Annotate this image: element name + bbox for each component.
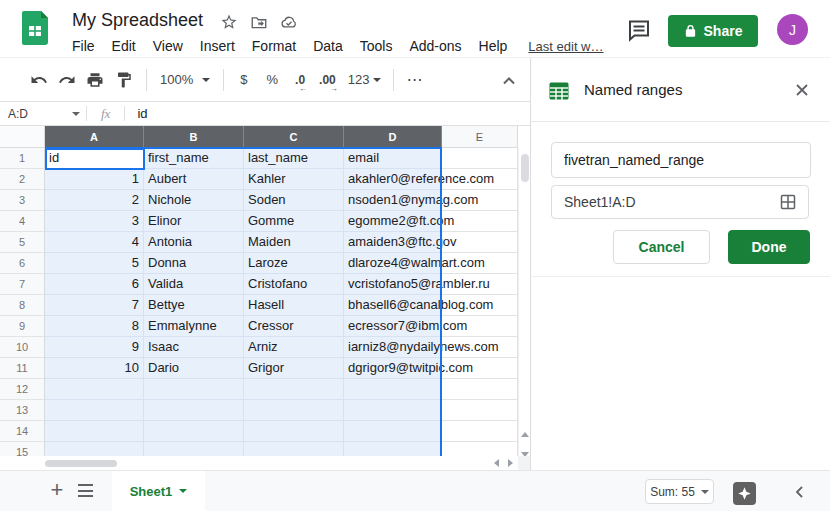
cell-D5[interactable]: amaiden3@ftc.gov: [344, 232, 442, 253]
cell-A13[interactable]: [45, 400, 144, 421]
select-all-corner[interactable]: [0, 126, 45, 148]
cell-E14[interactable]: [442, 421, 518, 442]
cell-C12[interactable]: [244, 379, 344, 400]
menu-tools[interactable]: Tools: [360, 38, 393, 54]
cell-A3[interactable]: 2: [45, 190, 144, 211]
scroll-up-icon[interactable]: [521, 432, 529, 437]
close-panel-icon[interactable]: [793, 81, 811, 99]
share-button[interactable]: Share: [668, 15, 758, 47]
cell-A12[interactable]: [45, 379, 144, 400]
range-name-field[interactable]: [551, 142, 811, 178]
cell-C9[interactable]: Cressor: [244, 316, 344, 337]
range-ref-input[interactable]: [564, 194, 780, 210]
cell-B15[interactable]: [144, 442, 244, 456]
cell-B9[interactable]: Emmalynne: [144, 316, 244, 337]
scroll-right-icon[interactable]: [508, 459, 513, 467]
horizontal-scrollbar-thumb[interactable]: [45, 460, 117, 467]
cell-B12[interactable]: [144, 379, 244, 400]
cell-C6[interactable]: Laroze: [244, 253, 344, 274]
add-sheet-button[interactable]: +: [46, 477, 68, 503]
cell-A8[interactable]: 7: [45, 295, 144, 316]
cell-D14[interactable]: [344, 421, 442, 442]
menu-add-ons[interactable]: Add-ons: [409, 38, 461, 54]
sum-summary-button[interactable]: Sum: 55: [645, 479, 714, 504]
cell-D9[interactable]: ecressor7@ibm.com: [344, 316, 442, 337]
row-header-10[interactable]: 10: [0, 337, 45, 358]
zoom-select[interactable]: 100%: [160, 72, 193, 87]
cell-B13[interactable]: [144, 400, 244, 421]
avatar[interactable]: J: [777, 14, 808, 45]
cell-B1[interactable]: first_name: [144, 148, 244, 169]
cell-D12[interactable]: [344, 379, 442, 400]
row-header-6[interactable]: 6: [0, 253, 45, 274]
hide-toolbar-chevron-icon[interactable]: [500, 72, 518, 90]
cell-D6[interactable]: dlaroze4@walmart.com: [344, 253, 442, 274]
row-header-3[interactable]: 3: [0, 190, 45, 211]
redo-icon[interactable]: [58, 71, 76, 89]
sheet-tab[interactable]: Sheet1: [112, 471, 205, 511]
row-header-1[interactable]: 1: [0, 148, 45, 169]
row-header-8[interactable]: 8: [0, 295, 45, 316]
star-icon[interactable]: [220, 13, 238, 31]
cell-D11[interactable]: dgrigor9@twitpic.com: [344, 358, 442, 379]
menu-view[interactable]: View: [153, 38, 183, 54]
column-header-C[interactable]: C: [244, 126, 344, 148]
row-header-11[interactable]: 11: [0, 358, 45, 379]
comment-history-icon[interactable]: [626, 18, 652, 42]
paint-format-icon[interactable]: [115, 71, 133, 89]
cloud-status-icon[interactable]: [280, 13, 298, 31]
cell-A2[interactable]: 1: [45, 169, 144, 190]
horizontal-scrollbar[interactable]: [0, 456, 518, 470]
cell-B3[interactable]: Nichole: [144, 190, 244, 211]
increase-decimal-button[interactable]: .00→: [319, 73, 336, 87]
row-header-9[interactable]: 9: [0, 316, 45, 337]
format-percent-button[interactable]: %: [266, 72, 278, 87]
cell-A1[interactable]: id: [45, 148, 144, 169]
cell-C8[interactable]: Hasell: [244, 295, 344, 316]
cell-B11[interactable]: Dario: [144, 358, 244, 379]
last-edit-link[interactable]: Last edit w…: [528, 39, 603, 54]
all-sheets-icon[interactable]: [78, 484, 93, 497]
column-header-A[interactable]: A: [45, 126, 144, 148]
column-header-E[interactable]: E: [442, 126, 518, 148]
undo-icon[interactable]: [30, 71, 48, 89]
cell-D4[interactable]: egomme2@ft.com: [344, 211, 442, 232]
cell-D7[interactable]: vcristofano5@rambler.ru: [344, 274, 442, 295]
formula-input[interactable]: id: [125, 106, 147, 121]
menu-data[interactable]: Data: [313, 38, 343, 54]
cell-B8[interactable]: Bettye: [144, 295, 244, 316]
scroll-left-icon[interactable]: [494, 459, 499, 467]
cell-C14[interactable]: [244, 421, 344, 442]
menu-format[interactable]: Format: [252, 38, 296, 54]
decrease-decimal-button[interactable]: .0←: [295, 73, 305, 87]
menu-edit[interactable]: Edit: [112, 38, 136, 54]
cell-A5[interactable]: 4: [45, 232, 144, 253]
cell-A10[interactable]: 9: [45, 337, 144, 358]
column-header-B[interactable]: B: [144, 126, 244, 148]
column-header-D[interactable]: D: [344, 126, 442, 148]
vertical-scrollbar-thumb[interactable]: [521, 154, 529, 182]
cell-C13[interactable]: [244, 400, 344, 421]
cell-B2[interactable]: Aubert: [144, 169, 244, 190]
cell-A15[interactable]: [45, 442, 144, 456]
format-currency-button[interactable]: $: [240, 72, 247, 87]
print-icon[interactable]: [86, 71, 104, 89]
cancel-button[interactable]: Cancel: [613, 230, 710, 264]
done-button[interactable]: Done: [728, 230, 810, 264]
menu-insert[interactable]: Insert: [200, 38, 235, 54]
range-name-input[interactable]: [564, 152, 798, 168]
number-format-button[interactable]: 123: [348, 72, 370, 87]
cell-C2[interactable]: Kahler: [244, 169, 344, 190]
cell-A4[interactable]: 3: [45, 211, 144, 232]
cell-B4[interactable]: Elinor: [144, 211, 244, 232]
cell-B7[interactable]: Valida: [144, 274, 244, 295]
move-folder-icon[interactable]: [250, 13, 268, 31]
cell-A6[interactable]: 5: [45, 253, 144, 274]
cell-A11[interactable]: 10: [45, 358, 144, 379]
cell-D8[interactable]: bhasell6@canalblog.com: [344, 295, 442, 316]
cell-D10[interactable]: iarniz8@nydailynews.com: [344, 337, 442, 358]
cell-B5[interactable]: Antonia: [144, 232, 244, 253]
cell-D1[interactable]: email: [344, 148, 442, 169]
cell-C3[interactable]: Soden: [244, 190, 344, 211]
sheets-logo-icon[interactable]: [22, 11, 48, 45]
